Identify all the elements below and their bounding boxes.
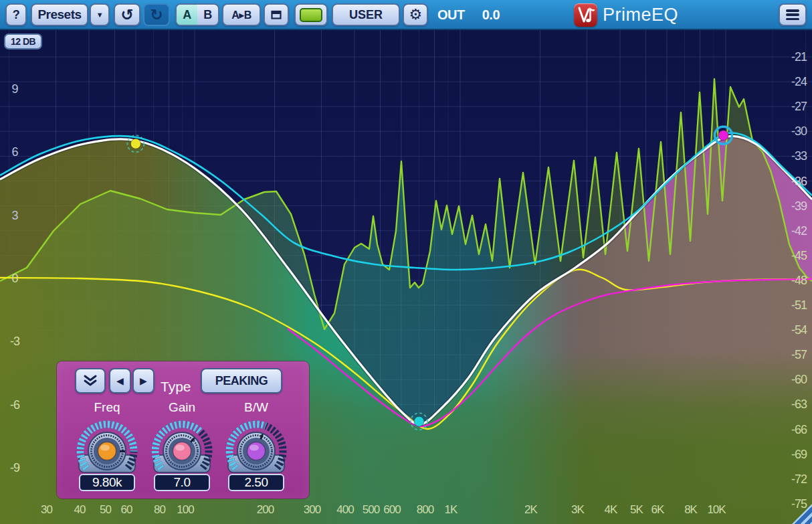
- svg-text:800: 800: [417, 503, 434, 516]
- out-value[interactable]: 0.0: [482, 7, 500, 22]
- state-b-button[interactable]: B: [197, 5, 218, 25]
- svg-text:100: 100: [177, 503, 194, 516]
- svg-text:-21: -21: [791, 50, 807, 64]
- svg-text:-36: -36: [791, 175, 807, 188]
- svg-text:5K: 5K: [630, 503, 643, 516]
- bw-knob[interactable]: 2.50: [217, 416, 295, 497]
- ab-state-toggle[interactable]: A B: [175, 3, 219, 26]
- svg-text:-27: -27: [791, 100, 807, 113]
- bw-knob-label: B/W: [219, 400, 293, 415]
- chevron-down-icon: ▼: [96, 11, 103, 19]
- svg-text:-63: -63: [791, 398, 807, 411]
- svg-text:6K: 6K: [651, 503, 665, 516]
- svg-text:-42: -42: [791, 224, 807, 238]
- type-label: Type: [161, 379, 191, 395]
- svg-text:-51: -51: [791, 298, 807, 312]
- svg-text:2K: 2K: [524, 503, 538, 516]
- plugin-title: PrimeEQ: [603, 5, 678, 25]
- gain-value-display[interactable]: 7.0: [154, 474, 210, 491]
- main-menu-button[interactable]: [779, 3, 807, 26]
- db-range-badge[interactable]: 12 DB: [4, 33, 42, 50]
- toolbar: ? Presets ▼ ↺ ↻ A B A▸B USER ⚙ OUT0.0 Pr…: [0, 0, 812, 30]
- copy-a-to-b-button[interactable]: A▸B: [222, 3, 261, 26]
- svg-text:300: 300: [304, 503, 321, 516]
- band-parameter-panel: ◀ ▶ Type PEAKING Freq Gain B/W 9.80k 7.0…: [57, 361, 309, 499]
- svg-text:3K: 3K: [571, 503, 585, 516]
- svg-text:-45: -45: [791, 249, 807, 262]
- svg-text:8K: 8K: [684, 503, 698, 516]
- filter-type-selector[interactable]: PEAKING: [201, 368, 282, 394]
- svg-text:50: 50: [100, 503, 111, 516]
- svg-text:-33: -33: [791, 149, 807, 163]
- redo-icon: ↻: [150, 6, 163, 24]
- gain-knob[interactable]: 7.0: [143, 416, 221, 497]
- svg-text:-69: -69: [791, 448, 807, 461]
- prev-band-button[interactable]: ◀: [109, 368, 131, 394]
- svg-text:-72: -72: [791, 472, 807, 486]
- voxengo-logo: [574, 3, 597, 27]
- collapse-panel-button[interactable]: [75, 368, 106, 394]
- svg-text:500: 500: [363, 503, 380, 516]
- svg-text:-39: -39: [791, 199, 807, 213]
- svg-text:9: 9: [11, 82, 18, 96]
- svg-text:-54: -54: [791, 323, 807, 337]
- freq-value-display[interactable]: 9.80k: [79, 474, 135, 491]
- gain-knob-label: Gain: [145, 400, 219, 415]
- presets-dropdown-button[interactable]: ▼: [90, 3, 110, 26]
- freq-knob[interactable]: 9.80k: [68, 416, 146, 497]
- triangle-right-icon: ▶: [140, 375, 147, 386]
- svg-text:4K: 4K: [605, 503, 618, 516]
- svg-text:-57: -57: [791, 348, 807, 361]
- voxengo-note-icon: [574, 3, 597, 27]
- svg-text:-6: -6: [10, 398, 20, 412]
- svg-text:6: 6: [11, 145, 18, 159]
- svg-text:600: 600: [383, 503, 401, 516]
- svg-text:400: 400: [336, 503, 354, 516]
- gear-icon: ⚙: [409, 6, 421, 23]
- svg-text:-66: -66: [791, 423, 807, 436]
- redo-button-disabled: ↻: [143, 3, 170, 26]
- triangle-left-icon: ◀: [116, 375, 124, 386]
- hamburger-icon: [786, 9, 799, 20]
- svg-text:200: 200: [257, 503, 274, 516]
- svg-text:80: 80: [154, 503, 165, 516]
- svg-text:-60: -60: [791, 373, 807, 386]
- svg-text:-24: -24: [791, 75, 807, 88]
- svg-text:-75: -75: [791, 497, 807, 511]
- svg-text:-3: -3: [10, 335, 20, 348]
- svg-text:-48: -48: [791, 274, 807, 287]
- led-indicator-icon: [300, 8, 322, 22]
- bypass-led-button[interactable]: [294, 3, 328, 26]
- primeeq-plugin-window: { "toolbar": { "help_label": "?", "prese…: [0, 0, 812, 524]
- user-preset-selector[interactable]: USER: [332, 3, 400, 26]
- svg-text:60: 60: [120, 503, 132, 516]
- svg-text:-30: -30: [791, 124, 807, 138]
- svg-text:10K: 10K: [707, 503, 726, 516]
- undo-button[interactable]: ↺: [114, 3, 140, 26]
- out-label: OUT: [437, 7, 465, 22]
- channel-routing-button[interactable]: [264, 3, 289, 26]
- svg-text:-9: -9: [10, 461, 20, 474]
- settings-button[interactable]: ⚙: [403, 3, 428, 26]
- svg-text:1K: 1K: [445, 503, 458, 516]
- undo-icon: ↺: [121, 6, 134, 24]
- svg-text:3: 3: [11, 209, 18, 222]
- presets-button[interactable]: Presets: [31, 3, 88, 26]
- freq-knob-label: Freq: [70, 400, 144, 415]
- svg-text:40: 40: [74, 503, 86, 516]
- state-a-button[interactable]: A: [177, 5, 197, 25]
- next-band-button[interactable]: ▶: [132, 368, 155, 394]
- output-readout: OUT0.0: [437, 7, 517, 23]
- window-copy-icon: [270, 9, 282, 20]
- bw-value-display[interactable]: 2.50: [228, 474, 284, 491]
- svg-text:30: 30: [41, 503, 52, 516]
- svg-text:0: 0: [11, 272, 18, 285]
- help-button[interactable]: ?: [5, 3, 27, 26]
- chevron-double-down-icon: [82, 374, 98, 387]
